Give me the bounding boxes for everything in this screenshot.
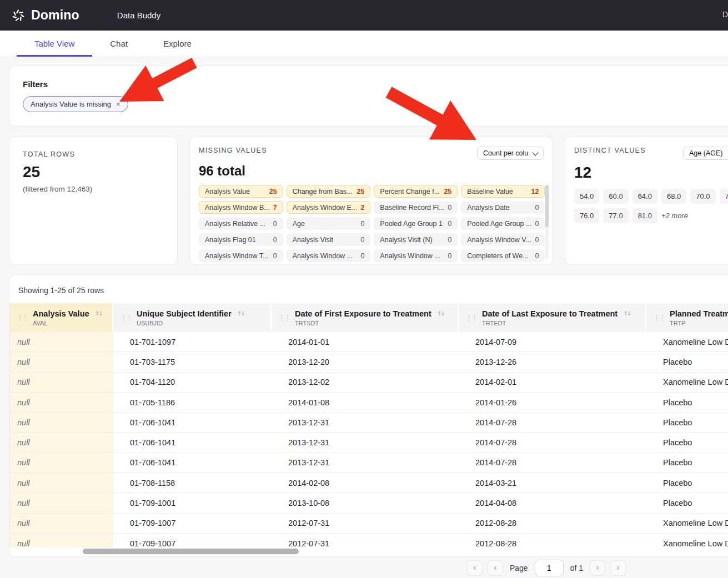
table-row[interactable]: null01-701-10972014-01-012014-07-09Xanom…	[9, 332, 728, 352]
sort-icon[interactable]: ↑↓	[437, 310, 444, 316]
table-cell: 2014-01-26	[459, 393, 646, 412]
missing-count-chip[interactable]: Analysis Window ...0	[374, 249, 458, 262]
next-page-button[interactable]: ›	[590, 560, 605, 576]
missing-count-chip[interactable]: Percent Change f...25	[374, 185, 458, 198]
missing-count: 0	[448, 204, 451, 212]
missing-count-chip[interactable]: Analysis Window V...0	[461, 233, 545, 246]
tab-table-view[interactable]: Table View	[17, 31, 92, 57]
sort-icon[interactable]: ↑↓	[237, 310, 244, 316]
missing-values-label: MISSING VALUES	[199, 147, 267, 154]
missing-count-chip[interactable]: Analysis Relative ...0	[199, 217, 283, 230]
missing-count-chip[interactable]: Analysis Value25	[199, 185, 283, 198]
column-header-usubjid[interactable]: ⋮⋮Unique Subject Identifier↑↓USUBJID	[113, 303, 272, 332]
column-name: Analysis Window B...	[205, 204, 270, 212]
table-cell: 2013-12-26	[459, 352, 646, 371]
distinct-value-chip: 54.0	[574, 189, 599, 204]
table-cell: 2013-12-31	[272, 413, 459, 432]
missing-count-chip[interactable]: Pooled Age Group ...0	[461, 217, 545, 230]
distinct-values-label: DISTINCT VALUES	[574, 147, 646, 154]
missing-count-chip[interactable]: Analysis Window E...2	[287, 201, 371, 214]
missing-count-chip[interactable]: Analysis Date0	[461, 201, 545, 214]
missing-count-chip[interactable]: Analysis Window ...0	[287, 249, 371, 262]
table-row[interactable]: null01-709-10012013-10-082014-04-08Place…	[9, 493, 728, 513]
drag-handle-icon[interactable]: ⋮⋮	[17, 315, 28, 321]
table-cell: 2014-04-08	[459, 493, 646, 512]
table-cell: 2013-12-20	[272, 352, 459, 371]
scrollbar-thumb[interactable]	[545, 185, 549, 227]
table-row[interactable]: null01-705-11862014-01-082014-01-26Place…	[9, 393, 728, 413]
table-row[interactable]: null01-706-10412013-12-312014-07-28Place…	[9, 433, 728, 453]
table-row[interactable]: null01-706-10412013-12-312014-07-28Place…	[9, 413, 728, 433]
sort-icon[interactable]: ↑↓	[623, 310, 630, 316]
column-name: Analysis Visit	[293, 236, 333, 244]
column-header-trtedt[interactable]: ⋮⋮Date of Last Exposure to Treatment↑↓TR…	[459, 303, 646, 332]
table-cell: null	[9, 453, 113, 473]
table-cell: Placebo	[646, 453, 728, 473]
distinct-values-column-dropdown[interactable]: Age (AGE)	[683, 147, 728, 160]
filter-chip-analysis-value-missing[interactable]: Analysis Value is missing ×	[23, 96, 128, 112]
tab-chat[interactable]: Chat	[92, 31, 145, 57]
table-cell: 01-706-1041	[113, 413, 272, 432]
tab-bar: Table ViewChatExplore	[0, 31, 728, 57]
table-cell: Placebo	[646, 433, 728, 452]
missing-count-chip[interactable]: Change from Bas...25	[287, 185, 371, 198]
drag-handle-icon[interactable]: ⋮⋮	[279, 315, 290, 321]
missing-count-chip[interactable]: Pooled Age Group 10	[374, 217, 458, 230]
table-cell: 2014-07-28	[459, 433, 646, 452]
drag-handle-icon[interactable]: ⋮⋮	[466, 315, 477, 321]
missing-values-total: 96 total	[199, 163, 544, 179]
column-header-trtsdt[interactable]: ⋮⋮Date of First Exposure to Treatment↑↓T…	[272, 303, 459, 332]
missing-count-chip[interactable]: Analysis Window B...7	[199, 201, 283, 214]
pagination: ‹ ‹ Page of 1 › ›	[467, 560, 626, 576]
tab-explore[interactable]: Explore	[145, 31, 209, 57]
table-row[interactable]: null01-704-11202013-12-022014-02-01Xanom…	[9, 373, 728, 393]
missing-values-mode-dropdown[interactable]: Count per column	[477, 147, 544, 160]
column-title: Date of Last Exposure to Treatment↑↓	[482, 309, 630, 318]
remove-filter-icon[interactable]: ×	[116, 100, 121, 108]
dropdown-selected-value: Count per column	[483, 149, 529, 157]
missing-count-chip[interactable]: Analysis Visit0	[287, 233, 371, 246]
missing-count: 0	[273, 236, 277, 244]
drag-handle-icon[interactable]: ⋮⋮	[121, 315, 132, 321]
table-cell: 01-705-1186	[113, 393, 272, 412]
domino-brand[interactable]: Domino	[11, 8, 79, 23]
table-row[interactable]: null01-708-11582014-02-082014-03-21Place…	[9, 473, 728, 493]
column-header-trtp[interactable]: ⋮⋮Planned Treatment↑↓TRTP	[646, 303, 728, 332]
sort-icon[interactable]: ↑↓	[95, 310, 102, 316]
previous-page-button[interactable]: ‹	[488, 560, 503, 576]
column-name: Analysis Window ...	[293, 252, 353, 260]
missing-values-scrollbar[interactable]	[545, 185, 549, 258]
header-right-truncated-text: D	[722, 10, 728, 19]
table-row[interactable]: null01-703-11752013-12-202013-12-26Place…	[9, 352, 728, 372]
first-page-button[interactable]: ‹	[467, 560, 483, 576]
table-cell: Placebo	[646, 473, 728, 492]
last-page-button[interactable]: ›	[610, 560, 626, 576]
table-cell: 2013-12-31	[272, 433, 459, 452]
table-cell: 01-708-1158	[113, 473, 272, 492]
column-name: Analysis Window V...	[467, 236, 531, 244]
table-header-row: ⋮⋮Analysis Value↑↓AVAL⋮⋮Unique Subject I…	[9, 303, 728, 332]
missing-count: 0	[273, 220, 277, 228]
missing-count-chip[interactable]: Age0	[287, 217, 371, 230]
total-rows-subtext: (filtered from 12,463)	[23, 185, 164, 193]
distinct-value-chip: 71.0	[720, 189, 728, 204]
drag-handle-icon[interactable]: ⋮⋮	[654, 315, 665, 321]
missing-count-chip[interactable]: Analysis Window T...0	[199, 249, 283, 262]
table-cell: null	[9, 493, 113, 512]
page-title: Data Buddy	[117, 11, 160, 20]
column-name: Pooled Age Group 1	[380, 220, 443, 228]
table-cell: null	[9, 514, 113, 533]
missing-count-chip[interactable]: Completers of We...0	[461, 249, 545, 262]
missing-count-chip[interactable]: Analysis Flag 010	[199, 233, 283, 246]
horizontal-scrollbar[interactable]	[9, 547, 728, 555]
show-more-values-link[interactable]: +2 more	[661, 208, 688, 223]
missing-count-chip[interactable]: Baseline Record Fl...0	[374, 201, 458, 214]
page-number-input[interactable]	[535, 560, 564, 576]
missing-count-chip[interactable]: Analysis Visit (N)0	[374, 233, 458, 246]
column-header-aval[interactable]: ⋮⋮Analysis Value↑↓AVAL	[9, 303, 113, 332]
missing-count-chip[interactable]: Baseline Value12	[461, 185, 545, 198]
table-cell: null	[9, 393, 113, 412]
horizontal-scrollbar-thumb[interactable]	[83, 549, 299, 554]
table-row[interactable]: null01-706-10412013-12-312014-07-28Place…	[9, 453, 728, 473]
table-row[interactable]: null01-709-10072012-07-312012-08-28Xanom…	[9, 514, 728, 534]
